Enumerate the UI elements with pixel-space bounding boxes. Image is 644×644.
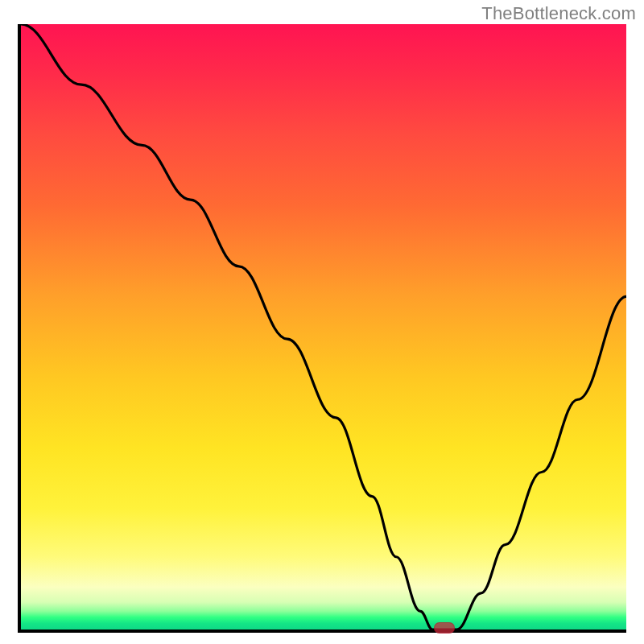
- watermark-text: TheBottleneck.com: [481, 3, 636, 24]
- bottleneck-marker: [434, 622, 455, 634]
- curve-path: [21, 24, 626, 630]
- chart-plot-area: [18, 24, 626, 633]
- bottleneck-curve-px: [21, 24, 626, 630]
